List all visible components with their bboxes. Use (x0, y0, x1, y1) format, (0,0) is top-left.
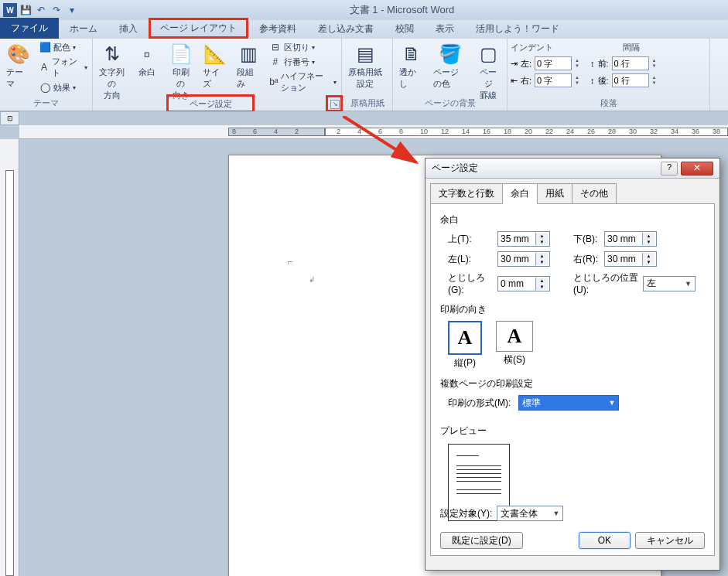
page-color-icon: 🪣 (438, 42, 463, 66)
group-manuscript-label: 原稿用紙 (342, 96, 392, 111)
group-themes: 🎨 テーマ 🟦配色▾ Aフォント▾ ◯効果▾ テーマ (0, 39, 93, 111)
indent-right-input[interactable] (535, 73, 572, 87)
size-button[interactable]: 📐サイズ (200, 40, 231, 91)
portrait-letter-icon: A (458, 326, 473, 349)
group-page-setup-label (93, 107, 330, 111)
indent-title: インデント (511, 42, 553, 53)
text-cursor: ↲ (309, 275, 315, 284)
undo-icon[interactable]: ↶ (34, 3, 48, 17)
group-manuscript: ▤原稿用紙 設定 原稿用紙 (342, 39, 393, 111)
spacing-after-input[interactable] (612, 73, 649, 87)
tab-page-layout[interactable]: ページ レイアウト (149, 18, 248, 39)
orientation-icon: 📄 (169, 42, 193, 66)
text-direction-button[interactable]: ⇅文字列の 方向 (96, 40, 128, 103)
dlg-tab-chars[interactable]: 文字数と行数 (430, 183, 503, 204)
bottom-input[interactable] (605, 233, 642, 244)
group-background: 🗎透かし 🪣ページの色 ▢ページ 罫線 ページの背景 (393, 39, 508, 111)
colors-button[interactable]: 🟦配色▾ (37, 40, 89, 54)
quick-access-toolbar: W 💾 ↶ ↷ ▾ (3, 3, 79, 17)
indent-left-icon: ⇥ (511, 59, 518, 69)
redo-icon[interactable]: ↷ (50, 3, 63, 17)
indent-left-input[interactable] (535, 56, 572, 70)
hyphen-icon: bª (269, 76, 279, 88)
margin-corner-marker: ⌐ (287, 256, 293, 268)
group-page-setup: ⇅文字列の 方向 ▫余白 📄印刷の 向き 📐サイズ ▥段組み ⊟区切り▾ #行番… (93, 39, 342, 111)
page-setup-launcher[interactable]: ↘ (330, 100, 340, 109)
dialog-help-button[interactable]: ? (661, 162, 678, 176)
breaks-icon: ⊟ (269, 41, 282, 53)
vertical-ruler[interactable] (0, 139, 19, 576)
dialog-body: 余白 上(T): ▲▼ 下(B): ▲▼ 左(L): ▲▼ 右(R): ▲▼ と… (430, 203, 715, 556)
ribbon-tabs: ファイル ホーム 挿入 ページ レイアウト 参考資料 差し込み文書 校閲 表示 … (0, 20, 728, 39)
dlg-tab-other[interactable]: その他 (572, 183, 617, 204)
page-border-button[interactable]: ▢ページ 罫線 (473, 40, 504, 103)
tab-file[interactable]: ファイル (0, 18, 59, 39)
orient-landscape[interactable]: A 横(S) (496, 321, 533, 370)
group-paragraph: インデント 間隔 ⇥左:▲▼ ↕前:▲▼ ⇤右:▲▼ ↕後:▲▼ 段落 (508, 39, 710, 111)
breaks-button[interactable]: ⊟区切り▾ (268, 40, 338, 54)
effects-button[interactable]: ◯効果▾ (37, 80, 89, 94)
hyphenation-button[interactable]: bªハイフネーション▾ (268, 70, 338, 94)
ok-button[interactable]: OK (579, 532, 631, 549)
line-num-icon: # (269, 56, 282, 68)
manuscript-button[interactable]: ▤原稿用紙 設定 (345, 40, 385, 91)
apply-select[interactable]: 文書全体▼ (497, 506, 563, 521)
theme-button[interactable]: 🎨 テーマ (3, 40, 34, 91)
tab-home[interactable]: ホーム (59, 19, 108, 39)
default-button[interactable]: 既定に設定(D) (440, 532, 523, 549)
tab-references[interactable]: 参考資料 (248, 19, 307, 39)
before-icon: ↕ (590, 59, 595, 68)
title-bar: W 💾 ↶ ↷ ▾ 文書 1 - Microsoft Word (0, 0, 728, 20)
landscape-letter-icon: A (508, 325, 522, 348)
dialog-title: ページ設定 (432, 162, 661, 175)
dlg-tab-margins[interactable]: 余白 (502, 183, 538, 204)
dialog-titlebar[interactable]: ページ設定 ? ✕ (426, 158, 719, 179)
qat-more-icon[interactable]: ▾ (65, 3, 79, 17)
tab-review[interactable]: 校閲 (385, 19, 425, 39)
spin-down[interactable]: ▼ (575, 63, 579, 69)
orientation-button[interactable]: 📄印刷の 向き (166, 40, 197, 103)
manuscript-icon: ▤ (353, 42, 378, 66)
gutter-input[interactable] (498, 278, 535, 289)
dialog-tabs: 文字数と行数 余白 用紙 その他 (426, 179, 719, 204)
cancel-button[interactable]: キャンセル (635, 532, 705, 549)
group-background-label: ページの背景 (393, 96, 507, 111)
page-color-button[interactable]: 🪣ページの色 (430, 40, 470, 91)
top-input[interactable] (498, 233, 535, 244)
spacing-title: 間隔 (623, 42, 640, 53)
gutter-pos-select[interactable]: 左▼ (643, 276, 696, 291)
fonts-button[interactable]: Aフォント▾ (37, 55, 89, 80)
left-input[interactable] (498, 254, 535, 264)
preview-title: プレビュー (440, 424, 705, 438)
effects-icon: ◯ (39, 81, 51, 94)
tab-mailings[interactable]: 差し込み文書 (307, 19, 385, 39)
columns-icon: ▥ (237, 42, 261, 66)
colors-icon: 🟦 (39, 41, 51, 53)
margins-button[interactable]: ▫余白 (132, 40, 162, 80)
theme-label: テーマ (6, 66, 31, 90)
tab-insert[interactable]: 挿入 (108, 19, 149, 39)
format-select[interactable]: 標準▼ (518, 395, 619, 411)
save-icon[interactable]: 💾 (19, 3, 32, 17)
margin-section-title: 余白 (440, 213, 705, 227)
columns-button[interactable]: ▥段組み (234, 40, 265, 91)
right-input[interactable] (605, 254, 642, 264)
watermark-button[interactable]: 🗎透かし (396, 40, 427, 91)
dlg-tab-paper[interactable]: 用紙 (537, 183, 572, 204)
tab-view[interactable]: 表示 (425, 19, 465, 39)
gutter-label: とじしろ(G): (440, 271, 497, 295)
theme-icon: 🎨 (6, 42, 31, 66)
line-numbers-button[interactable]: #行番号▾ (268, 55, 338, 69)
right-label: 右(R): (566, 253, 604, 266)
ruler-corner[interactable]: ⊡ (0, 111, 19, 125)
top-label: 上(T): (440, 233, 497, 246)
spin-up[interactable]: ▲ (575, 58, 579, 63)
orient-portrait[interactable]: A 縦(P) (448, 321, 482, 370)
spacing-before-input[interactable] (612, 56, 649, 70)
horizontal-ruler[interactable] (19, 125, 728, 139)
tab-use[interactable]: 活用しよう！ワード (465, 19, 570, 39)
after-icon: ↕ (590, 76, 595, 85)
dialog-close-button[interactable]: ✕ (681, 162, 713, 176)
bottom-label: 下(B): (566, 233, 604, 246)
apply-label: 設定対象(Y): (440, 507, 492, 520)
